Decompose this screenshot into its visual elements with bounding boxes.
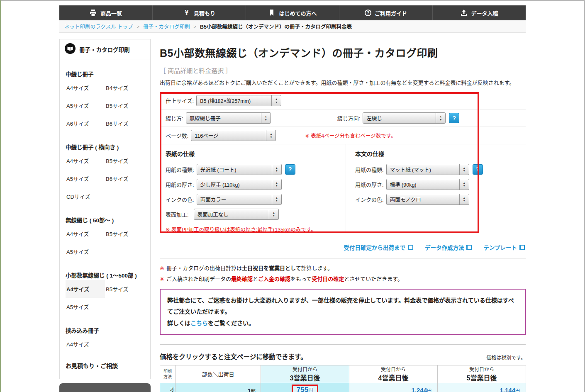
breadcrumb-link-top[interactable]: ネット印刷のラクスル トップ	[64, 22, 133, 30]
sidebar-item[interactable]: B5サイズ	[105, 280, 144, 298]
nav-item-product-list[interactable]: 商品一覧	[59, 5, 152, 20]
price-link-day4[interactable]: 1,244円	[349, 387, 431, 392]
page-title: B5小部数無線綴じ（オンデマンド）の冊子・カタログ印刷	[160, 45, 526, 60]
body-paper-help-button[interactable]: ?	[473, 164, 483, 175]
price-unit: 円	[308, 387, 313, 392]
spinner-icon[interactable]: ▲▼	[271, 95, 281, 106]
cover-paper-help-button[interactable]: ?	[285, 164, 295, 175]
qty-cell: 1部 ※メール便発送	[176, 383, 261, 392]
body-paper-select[interactable]: マット紙 (マット) ▲▼	[386, 164, 469, 175]
spinner-icon[interactable]: ▲▼	[272, 194, 281, 205]
breadcrumb-separator: >	[194, 24, 196, 29]
cover-finish-select[interactable]: 表面加工なし ▲▼	[194, 209, 279, 220]
body-ink-select[interactable]: 両面モノクロ ▲▼	[386, 194, 469, 205]
sidebar-item[interactable]: B4サイズ	[105, 79, 144, 97]
body-paper-value: マット紙 (マット)	[390, 166, 459, 173]
spinner-icon[interactable]: ▲▼	[459, 194, 469, 205]
direction-help-button[interactable]: ?	[449, 113, 459, 123]
spinner-icon[interactable]: ▲▼	[459, 179, 469, 190]
data-creation-link-label: データ作成方法	[425, 243, 464, 251]
sidebar-item[interactable]: B6サイズ	[105, 114, 144, 132]
price-table-title: 価格をクリックすると注文ページに移動できます。	[160, 352, 307, 361]
spinner-icon[interactable]: ▲▼	[261, 113, 271, 123]
cover-pp-note: ※ 表面PP加工の取り扱いは表紙の厚さ:最厚手(135kg)のみです。	[166, 225, 346, 233]
spinner-icon[interactable]: ▲▼	[272, 179, 281, 190]
sidebar-item[interactable]: A5サイズ	[66, 243, 105, 261]
sidebar-section-saddle-landscape: 中綴じ冊子 ( 横向き ) A4サイズ B5サイズ A5サイズ B6サイズ CD…	[60, 143, 150, 205]
form-row-size: 仕上サイズ: B5 (横182×縦257mm) ▲▼	[160, 92, 526, 110]
cover-paper-select[interactable]: 光沢紙 (コート) ▲▼	[197, 164, 282, 175]
sidebar-item[interactable]: B5サイズ	[105, 152, 144, 170]
sidebar-item[interactable]: CDサイズ	[66, 187, 105, 205]
section-title: 挟み込み冊子	[66, 326, 144, 334]
binding-select-value: 無線綴じ冊子	[190, 114, 261, 122]
sidebar-item[interactable]: B5サイズ	[105, 225, 144, 243]
method-header-line1: 印刷	[163, 369, 172, 373]
day-header-top: 受付日から	[349, 365, 437, 373]
nav-item-estimate[interactable]: ¥ 見積もり	[152, 5, 246, 20]
spinner-icon[interactable]: ▲▼	[272, 164, 281, 175]
cover-ink-select[interactable]: 両面カラー ▲▼	[197, 194, 282, 205]
sidebar-item[interactable]: A5サイズ	[66, 97, 105, 114]
note-mark: ※	[160, 276, 164, 282]
sidebar-item-active[interactable]: A4サイズ	[66, 280, 105, 298]
external-link-icon	[408, 245, 413, 250]
breadcrumb-link-category[interactable]: 冊子・カタログ印刷	[143, 22, 190, 30]
sidebar-item[interactable]: A4サイズ	[66, 152, 105, 170]
sidebar-header[interactable]: 冊子・カタログ印刷	[60, 39, 150, 59]
day-header-top: 受付日から	[438, 365, 526, 373]
section-title: 小部数無線綴じ ( 1〜500部 )	[66, 271, 144, 279]
breadcrumb-current: B5小部数無線綴じ（オンデマンド）の冊子・カタログ印刷料金表	[200, 22, 352, 30]
book-icon	[65, 43, 76, 55]
nav-item-beginners[interactable]: はじめての方へ	[246, 5, 339, 20]
nav-item-data-upload[interactable]: データ入稿	[432, 5, 526, 20]
sidebar-item[interactable]: B5サイズ	[105, 97, 144, 114]
sidebar-item[interactable]: B6サイズ	[105, 170, 144, 187]
sidebar-section-perfect: 無線綴じ ( 50部〜 ) A4サイズ B5サイズ A5サイズ	[60, 216, 150, 261]
suspension-notice: 弊社都合にて、ご迷惑をお掛けし大変恐れ入りますが、一部仕様の販売を停止しています…	[160, 289, 526, 335]
body-thickness-select[interactable]: 標準 (90kg) ▲▼	[386, 179, 469, 190]
body-paper-label: 用紙の種類:	[355, 166, 384, 173]
template-link[interactable]: テンプレート	[483, 243, 525, 251]
size-select[interactable]: B5 (横182×縦257mm) ▲▼	[196, 95, 281, 106]
note-shipping-calc: ※冊子・カタログの出荷日計算は土日祝日を営業日として計算します。	[160, 264, 526, 272]
sidebar-item[interactable]: A4サイズ	[66, 225, 105, 243]
sidebar-item[interactable]: A5サイズ	[66, 170, 105, 187]
binding-select[interactable]: 無線綴じ冊子 ▲▼	[186, 112, 271, 124]
day3-header: 受付日から 3営業日後	[261, 365, 349, 383]
details-link[interactable]: こちら	[190, 320, 208, 326]
sidebar-bottom-banner[interactable]	[59, 383, 151, 392]
sidebar-item[interactable]: A6サイズ	[66, 114, 105, 132]
sidebar-estimate-link[interactable]: お見積もり・ご相談	[60, 353, 150, 376]
notice-text: 詳しくは	[167, 320, 190, 326]
day4-header: 受付日から 4営業日後	[349, 365, 438, 383]
nav-item-guide[interactable]: ? ご利用ガイド	[339, 5, 432, 20]
direction-select[interactable]: 左綴じ ▲▼	[363, 112, 446, 124]
qty-number: 1	[248, 387, 251, 392]
shipping-schedule-link[interactable]: 受付日確定から出荷まで	[344, 243, 413, 251]
day-header-main: 5営業日後	[438, 373, 526, 382]
sidebar-item[interactable]: A5サイズ	[66, 298, 105, 316]
note-text: 計算します。	[301, 265, 333, 271]
config-form: 仕上サイズ: B5 (横182×縦257mm) ▲▼ 綴じ方: 無線綴じ冊子 ▲…	[160, 92, 526, 233]
spinner-icon[interactable]: ▲▼	[459, 164, 469, 175]
spinner-icon[interactable]: ▲▼	[436, 113, 445, 123]
price-link-day3[interactable]: 755円	[297, 386, 313, 392]
body-thickness-row: 用紙の厚さ: 標準 (90kg) ▲▼	[355, 177, 526, 192]
page-description: 出荷日に余裕があるほどおトクにご購入いただくことができます。用紙の種類・厚さ・加…	[160, 78, 526, 88]
spinner-icon[interactable]: ▲▼	[269, 209, 278, 219]
price-link-day5[interactable]: 1,144円	[438, 387, 520, 392]
direction-select-value: 左綴じ	[366, 114, 436, 122]
section-title: 中綴じ冊子	[66, 70, 144, 78]
sidebar-item[interactable]: A4サイズ	[66, 335, 105, 353]
pages-select[interactable]: 116ページ ▲▼	[191, 130, 276, 141]
data-creation-link[interactable]: データ作成方法	[425, 243, 472, 251]
sidebar-item[interactable]: A4サイズ	[66, 79, 105, 97]
cover-finish-label: 表面加工:	[166, 210, 189, 218]
spinner-icon[interactable]: ▲▼	[266, 130, 275, 141]
binding-label: 綴じ方:	[166, 114, 183, 122]
price-table-header-row: 印刷 方法 部数＼出荷日 受付日から 3営業日後 受付日から 4営業日後	[160, 365, 526, 383]
qty-header: 部数＼出荷日	[176, 365, 261, 383]
cover-thickness-select[interactable]: 少し厚手 (110kg) ▲▼	[197, 179, 282, 190]
cover-thickness-label: 用紙の厚さ:	[166, 180, 194, 188]
